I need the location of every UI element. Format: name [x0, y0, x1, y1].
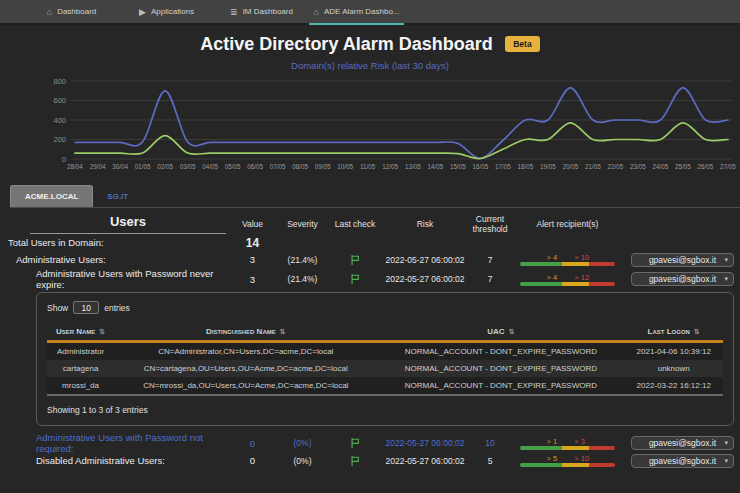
domain-tab-acme-local[interactable]: ACME.LOCAL: [10, 185, 93, 207]
alert-recipient-select[interactable]: gpavesi@sgbox.it▾: [631, 454, 734, 468]
row-recipient: gpavesi@sgbox.it▾: [625, 454, 740, 468]
x-tick-label: 01/05: [135, 163, 151, 170]
page-title: Active Directory Alarm Dashboard: [200, 34, 492, 54]
domain-tabs: ACME.LOCALSG.IT: [10, 183, 740, 208]
admin-users-table: User Name⇅Distinguished Name⇅UAC⇅Last Lo…: [47, 323, 723, 396]
row-value: 3: [230, 254, 275, 265]
users-row-total-users-in-domain: Total Users in Domain:14: [0, 234, 740, 251]
row-percentage: (21.4%): [275, 255, 330, 265]
detail-column-label: UAC: [487, 327, 504, 336]
sort-header-uac[interactable]: UAC⇅: [377, 323, 624, 342]
chart-series-series1: [75, 88, 728, 159]
uac-cell: NORMAL_ACCOUNT - DONT_EXPIRE_PASSWORD: [377, 342, 624, 361]
row-label: Disabled Administrative Users:: [0, 455, 230, 466]
chart-title: Domain(s) relative Risk (last 30 days): [0, 60, 740, 71]
row-percentage: (21.4%): [275, 274, 330, 284]
threshold-labels: > 5> 10: [520, 454, 615, 463]
row-last-check: 2022-05-27 06:00:02: [380, 456, 470, 466]
column-header-severity: Severity: [275, 219, 330, 229]
chevron-down-icon: ▾: [724, 457, 728, 465]
users-row-administrative-users-with-password-never-expire: Administrative Users with Password never…: [0, 268, 740, 285]
x-tick-label: 10/05: [337, 163, 353, 170]
page-header: Active Directory Alarm Dashboard Beta: [0, 34, 740, 55]
flag-icon: [350, 455, 360, 467]
x-tick-label: 14/05: [427, 163, 443, 170]
x-tick-label: 24/05: [653, 163, 669, 170]
x-tick-label: 13/05: [405, 163, 421, 170]
chevron-down-icon: ▾: [724, 275, 728, 283]
threshold-yellow-segment: [562, 446, 590, 450]
x-tick-label: 16/05: [472, 163, 488, 170]
row-risk: 7: [470, 274, 510, 284]
y-tick-label: 800: [53, 77, 66, 86]
flag-icon: [350, 254, 360, 266]
row-value: 0: [230, 455, 275, 466]
sort-icon: ⇅: [509, 328, 515, 335]
x-tick-label: 09/05: [315, 163, 331, 170]
alert-recipient-select[interactable]: gpavesi@sgbox.it▾: [631, 253, 734, 267]
play-icon: ▶: [139, 7, 146, 17]
x-tick-label: 03/05: [180, 163, 196, 170]
nav-tab-ade-alarm-dashbo[interactable]: ⌂ADE Alarm Dashbo...: [309, 0, 404, 25]
column-header-last-check: Last check: [330, 219, 380, 229]
threshold-red-segment: [589, 446, 615, 450]
home-icon: ⌂: [47, 7, 52, 17]
alert-recipient-select[interactable]: gpavesi@sgbox.it▾: [631, 436, 734, 450]
threshold-warning-value: > 4: [547, 253, 558, 262]
nav-tab-label: IM Dashboard: [243, 7, 293, 16]
entries-per-page-select[interactable]: 10: [73, 301, 99, 314]
table-row: AdministratorCN=Administrator,CN=Users,D…: [47, 342, 723, 361]
row-recipient: gpavesi@sgbox.it▾: [625, 272, 740, 286]
threshold-yellow-segment: [562, 463, 590, 467]
x-tick-label: 29/04: [90, 163, 106, 170]
sort-header-user-name[interactable]: User Name⇅: [47, 323, 114, 342]
row-label: Administrative Users:: [0, 254, 230, 265]
alert-recipient-value: gpavesi@sgbox.it: [649, 438, 716, 448]
nav-tab-applications[interactable]: ▶Applications: [119, 0, 214, 23]
alert-recipient-select[interactable]: gpavesi@sgbox.it▾: [631, 272, 734, 286]
x-tick-label: 25/05: [675, 163, 691, 170]
list-icon: ≣: [230, 7, 238, 17]
x-tick-label: 06/05: [247, 163, 263, 170]
x-tick-label: 20/05: [562, 163, 578, 170]
y-tick-label: 600: [53, 96, 66, 105]
threshold-green-segment: [520, 282, 562, 286]
threshold-yellow-segment: [562, 282, 590, 286]
row-last-check: 2022-05-27 06:00:02: [380, 255, 470, 265]
threshold-green-segment: [520, 262, 562, 266]
threshold-yellow-segment: [562, 262, 590, 266]
threshold-labels: > 4> 12: [520, 273, 615, 282]
beta-badge: Beta: [505, 36, 539, 52]
x-tick-label: 30/04: [112, 163, 128, 170]
table-row: cartagenaCN=cartagena,OU=Users,OU=Acme,D…: [47, 360, 723, 377]
threshold-red-segment: [589, 463, 615, 467]
top-navigation-bar: ⌂Dashboard▶Applications≣IM Dashboard⌂ADE…: [0, 0, 740, 25]
nav-tab-dashboard[interactable]: ⌂Dashboard: [24, 0, 119, 23]
alert-recipient-value: gpavesi@sgbox.it: [649, 274, 716, 284]
row-risk: 10: [470, 438, 510, 448]
users-section-title: Users: [30, 214, 226, 234]
y-tick-label: 400: [53, 116, 66, 125]
risk-line-chart: 020040060080028/0429/0430/0401/0502/0503…: [0, 73, 740, 177]
row-percentage: (0%): [275, 438, 330, 448]
show-entries-row: Show 10 entries: [47, 301, 723, 314]
nav-tab-label: Dashboard: [57, 7, 96, 16]
column-header-current-threshold: Current threshold: [470, 214, 510, 234]
domain-tab-sg-it[interactable]: SG.IT: [93, 186, 142, 207]
sort-header-distinguished-name[interactable]: Distinguished Name⇅: [114, 323, 377, 342]
uac-cell: NORMAL_ACCOUNT - DONT_EXPIRE_PASSWORD: [377, 377, 624, 395]
nav-tab-im-dashboard[interactable]: ≣IM Dashboard: [214, 0, 309, 23]
sort-header-last-logon[interactable]: Last Logon⇅: [624, 323, 723, 342]
threshold-red-segment: [589, 282, 615, 286]
row-threshold: > 1> 3: [510, 437, 625, 450]
threshold-labels: > 1> 3: [520, 437, 615, 446]
users-rows-bottom: Administrative Users with Password not r…: [0, 432, 740, 470]
column-header-value: Value: [230, 219, 275, 229]
row-last-check: 2022-05-27 06:00:02: [380, 274, 470, 284]
x-tick-label: 26/05: [698, 163, 714, 170]
y-tick-label: 0: [62, 155, 66, 164]
detail-column-label: User Name: [56, 327, 95, 336]
row-value: 14: [230, 236, 275, 250]
threshold-warning-value: > 1: [547, 437, 558, 446]
user-name-cell: cartagena: [47, 360, 114, 377]
